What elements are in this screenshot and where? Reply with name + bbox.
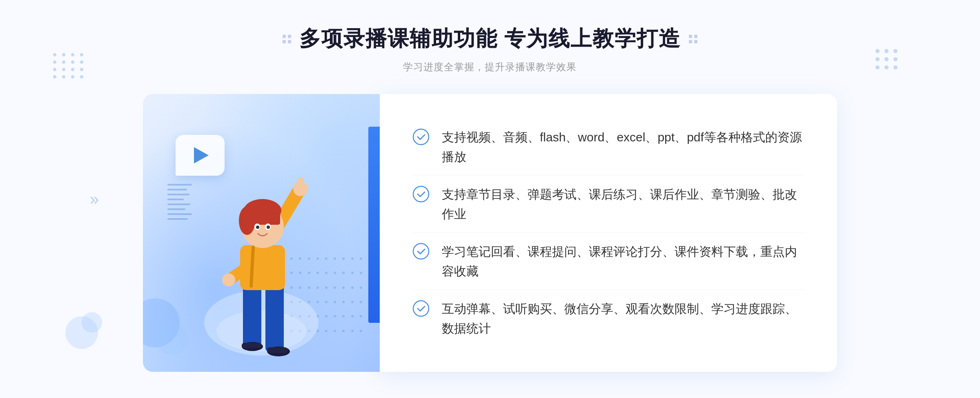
- feature-item-4: 互动弹幕、试听购买、微信分享、观看次数限制、学习进度跟踪、数据统计: [412, 291, 804, 347]
- title-left-dots: [283, 35, 291, 43]
- feature-text-2: 支持章节目录、弹题考试、课后练习、课后作业、章节测验、批改作业: [442, 185, 804, 224]
- page-container: » 多项录播课辅助功能 专为线上教学打造 学习进度全掌握，提升录播课教学效果: [0, 0, 980, 398]
- header-section: 多项录播课辅助功能 专为线上教学打造 学习进度全掌握，提升录播课教学效果: [283, 25, 697, 74]
- svg-point-21: [256, 226, 259, 229]
- content-panel: 支持视频、音频、flash、word、excel、ppt、pdf等各种格式的资源…: [380, 94, 837, 372]
- svg-rect-11: [297, 177, 304, 190]
- check-icon-1: [412, 128, 430, 145]
- title-row: 多项录播课辅助功能 专为线上教学打造: [283, 25, 697, 53]
- feature-item-3: 学习笔记回看、课程提问、课程评论打分、课件资料下载，重点内容收藏: [412, 234, 804, 290]
- svg-rect-3: [265, 286, 284, 351]
- content-area: 支持视频、音频、flash、word、excel、ppt、pdf等各种格式的资源…: [143, 94, 837, 372]
- subtitle: 学习进度全掌握，提升录播课教学效果: [283, 60, 697, 74]
- svg-point-27: [413, 301, 429, 316]
- figure-svg: [180, 159, 343, 372]
- left-chevron-icon: »: [90, 190, 99, 208]
- blue-accent-bar: [368, 127, 380, 323]
- feature-text-4: 互动弹幕、试听购买、微信分享、观看次数限制、学习进度跟踪、数据统计: [442, 299, 804, 338]
- main-title: 多项录播课辅助功能 专为线上教学打造: [299, 25, 681, 53]
- feature-text-1: 支持视频、音频、flash、word、excel、ppt、pdf等各种格式的资源…: [442, 127, 804, 167]
- check-icon-4: [412, 300, 430, 317]
- svg-point-13: [222, 273, 235, 286]
- right-dots-decoration: [875, 49, 898, 69]
- svg-rect-7: [242, 343, 261, 348]
- left-dots-decoration: [53, 53, 85, 78]
- figure-container: [180, 159, 343, 372]
- svg-point-22: [267, 226, 270, 229]
- svg-point-25: [413, 186, 429, 202]
- svg-rect-18: [245, 212, 280, 225]
- svg-line-23: [251, 247, 253, 286]
- check-icon-2: [412, 186, 430, 203]
- feature-text-3: 学习笔记回看、课程提问、课程评论打分、课件资料下载，重点内容收藏: [442, 242, 804, 281]
- svg-point-26: [413, 244, 429, 259]
- svg-point-24: [413, 129, 429, 145]
- svg-rect-2: [243, 286, 261, 347]
- title-right-dots: [689, 35, 697, 43]
- check-icon-3: [412, 243, 430, 260]
- feature-item-1: 支持视频、音频、flash、word、excel、ppt、pdf等各种格式的资源…: [412, 119, 804, 175]
- feature-item-2: 支持章节目录、弹题考试、课后练习、课后作业、章节测验、批改作业: [412, 177, 804, 233]
- bottom-left-circle-inner: [82, 312, 102, 333]
- left-arrows-decoration: »: [90, 190, 99, 208]
- illustration-panel: [143, 94, 380, 372]
- svg-rect-5: [267, 347, 287, 353]
